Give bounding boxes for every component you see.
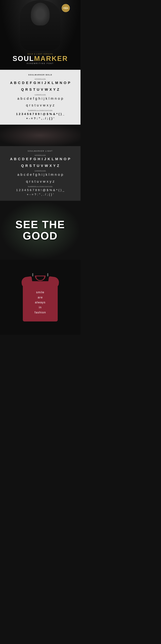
tshirt-hanger-left — [32, 273, 33, 276]
photo-mid-section — [0, 125, 80, 146]
tshirt-section: smile are always in fashion — [0, 260, 80, 335]
hero-title-black: SOUL — [12, 54, 34, 62]
bold-numbers-line2: + - = ? : " , . / ; { } ' — [5, 116, 75, 120]
light-uppercase-label: UPPERCASE — [5, 154, 75, 156]
bold-lowercase-line1: a b c d e f g h i j k l m n o p — [5, 96, 75, 101]
bold-uppercase-label: UPPERCASE — [5, 78, 75, 80]
hero-title-gold: MARKER — [34, 54, 68, 62]
free-badge: FREE — [62, 4, 70, 12]
hero-section: FREE Bold & Light Version SOULMARKER Han… — [0, 0, 80, 70]
tshirt-hanger-right — [47, 273, 48, 276]
see-good-text: SEE THE GOOD — [16, 219, 65, 242]
tshirt-text: smile are always in fashion — [34, 290, 46, 315]
see-good-line2: GOOD — [16, 230, 65, 242]
tshirt-line1: smile — [34, 290, 46, 295]
bold-numbers-label: Numbers & Punctuation — [5, 110, 75, 111]
bold-uppercase-line1: A B C D E F G H I J K L M N O P — [5, 80, 75, 85]
tshirt-line3: always — [34, 300, 46, 305]
see-good-line1: SEE THE — [16, 219, 65, 230]
light-lowercase-line1: a b c d e f g h i j k l m n o p — [5, 172, 75, 177]
tshirt-line5: fashion — [34, 310, 46, 315]
bold-uppercase-line2: Q R S T U V W X Y Z — [5, 87, 75, 92]
hero-title: SOULMARKER — [12, 55, 68, 62]
light-numbers-label: Numbers & Punctuation — [5, 186, 75, 187]
bold-numbers-line1: 1 2 3 4 5 6 7 8 9 ! @ $ % & * ( ) _ — [5, 112, 75, 116]
hero-person-image — [20, 0, 60, 51]
tshirt-line4: in — [34, 305, 46, 310]
light-lowercase-label: LOWERCASE — [5, 170, 75, 171]
bold-specimen-name: SOULMARKER BOLD — [5, 74, 75, 76]
bold-specimen-section: SOULMARKER BOLD UPPERCASE A B C D E F G … — [0, 70, 80, 125]
free-badge-text: FREE — [63, 7, 68, 9]
light-lowercase-line2: q r s t u v w x y z — [5, 179, 75, 184]
light-uppercase-line2: Q R S T U V W X Y Z — [5, 163, 75, 168]
light-specimen-section: SOULMARKER LIGHT UPPERCASE A B C D E F G… — [0, 146, 80, 201]
light-numbers-line2: + - = ? : " , . / ; { } ' — [5, 192, 75, 197]
hero-description: Handwriting Font — [27, 62, 54, 64]
bold-lowercase-label: LOWERCASE — [5, 94, 75, 95]
light-numbers-line1: 1 2 3 4 5 6 7 8 9 ! @ $ % & * ( ) _ — [5, 188, 75, 192]
tshirt-container: smile are always in fashion — [20, 273, 60, 322]
light-uppercase-line1: A B C D E F G H I J K L M N O P — [5, 156, 75, 162]
light-specimen-name: SOULMARKER LIGHT — [5, 150, 75, 152]
tshirt-line2: are — [34, 295, 46, 300]
see-good-section: SEE THE GOOD — [0, 201, 80, 260]
bold-lowercase-line2: q r s t u v w x y z — [5, 103, 75, 108]
